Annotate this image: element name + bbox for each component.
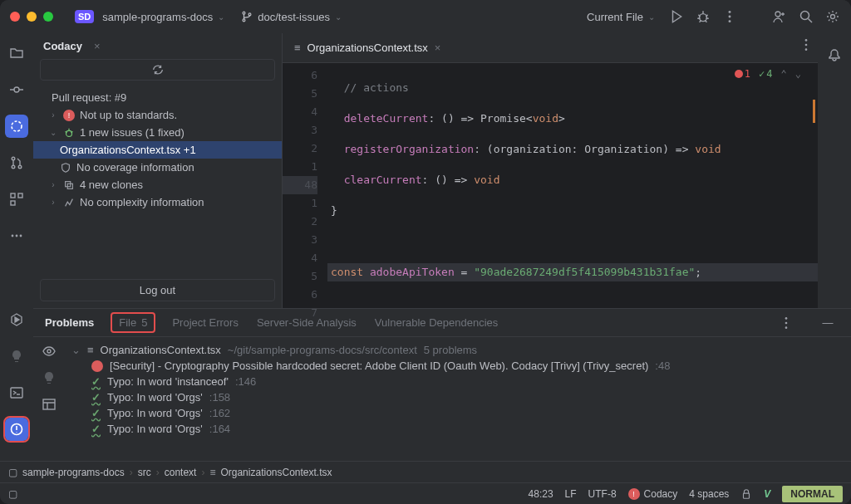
run-tool-button[interactable]: [5, 308, 28, 331]
branch-icon: [241, 11, 253, 22]
folder-icon: ▢: [8, 467, 17, 478]
problems-tool-button[interactable]: [5, 418, 28, 441]
titlebar: SD sample-programs-docs ⌄ doc/test-issue…: [0, 0, 851, 33]
vim-mode: NORMAL: [782, 486, 843, 502]
no-coverage-item[interactable]: No coverage information: [33, 159, 282, 176]
logout-button[interactable]: Log out: [40, 279, 275, 301]
branch-selector[interactable]: doc/test-issues ⌄: [234, 7, 348, 27]
services-tool-button[interactable]: [5, 345, 28, 368]
error-count: 1: [745, 68, 750, 80]
tab-problems[interactable]: Problems: [45, 316, 94, 329]
breadcrumb-item[interactable]: OrganizationsContext.tsx: [220, 467, 332, 478]
standards-item[interactable]: ›!Not up to standards.: [33, 106, 282, 124]
minimize-window-icon[interactable]: [27, 12, 37, 22]
svg-point-20: [20, 235, 22, 237]
pull-requests-tool-button[interactable]: [5, 151, 28, 174]
svg-point-3: [700, 14, 707, 22]
run-config-label: Current File: [587, 11, 643, 23]
project-selector[interactable]: SD sample-programs-docs ⌄: [68, 7, 231, 27]
logout-label: Log out: [140, 284, 175, 296]
inspection-widget[interactable]: 1 ✓4 ⌃ ⌄: [735, 68, 801, 80]
structure-tool-button[interactable]: [5, 188, 28, 211]
code-editor[interactable]: 6 5 4 3 2 1 48 1 2 3 4 5 6: [283, 63, 818, 308]
notifications-button[interactable]: [823, 43, 846, 66]
project-badge: SD: [75, 10, 94, 23]
breadcrumb-item[interactable]: src: [138, 467, 151, 478]
indent-status[interactable]: 4 spaces: [689, 488, 729, 500]
bulb-icon: [42, 370, 57, 385]
problem-line: :48: [655, 360, 670, 372]
readonly-toggle[interactable]: [740, 488, 752, 500]
problems-hide-button[interactable]: —: [816, 311, 839, 335]
problems-more-button[interactable]: [775, 311, 798, 335]
tab-project-errors[interactable]: Project Errors: [172, 316, 238, 329]
chevron-down-icon: ⌄: [48, 128, 58, 137]
debug-button[interactable]: [691, 5, 715, 28]
commit-tool-button[interactable]: [5, 78, 28, 101]
editor-area: ≡ OrganizationsContext.tsx × 6 5 4 3: [283, 33, 818, 308]
warning-count: 4: [766, 68, 772, 80]
issue-file-item[interactable]: OrganizationsContext.tsx +1: [33, 141, 282, 159]
tab-file[interactable]: File5: [112, 314, 154, 331]
ellipsis-icon: [9, 228, 24, 243]
intention-button[interactable]: [42, 370, 57, 385]
new-issues-item[interactable]: ⌄1 new issues (1 fixed): [33, 124, 282, 141]
no-complexity-item[interactable]: ›No complexity information: [33, 193, 282, 211]
codacy-refresh-button[interactable]: [40, 59, 275, 81]
settings-button[interactable]: [821, 5, 844, 28]
code-content: // actions deleteCurrent: () => Promise<…: [327, 63, 818, 308]
problem-row[interactable]: ✓Typo: In word 'instanceof':146: [71, 374, 844, 389]
file-encoding[interactable]: UTF-8: [588, 488, 617, 500]
problem-text: Typo: In word 'Orgs': [107, 423, 203, 435]
close-window-icon[interactable]: [10, 12, 20, 22]
project-tool-button[interactable]: [5, 42, 28, 65]
codacy-close-tab-button[interactable]: ×: [94, 40, 101, 52]
search-button[interactable]: [794, 5, 818, 28]
view-options-button[interactable]: [42, 397, 57, 412]
collab-button[interactable]: [768, 5, 791, 28]
inspection-down-button[interactable]: ⌄: [795, 68, 801, 80]
svg-point-10: [14, 87, 19, 92]
svg-point-6: [729, 20, 731, 22]
codacy-status[interactable]: !Codacy: [628, 488, 678, 500]
svg-point-4: [729, 11, 731, 13]
problems-file-header[interactable]: ⌄ ≡ OrganizationsContext.tsx ~/git/sampl…: [71, 342, 844, 358]
person-plus-icon: [772, 9, 787, 24]
inspection-up-button[interactable]: ⌃: [781, 68, 787, 80]
terminal-icon: [9, 385, 24, 400]
new-clones-item[interactable]: ›4 new clones: [33, 176, 282, 193]
error-stripe[interactable]: [808, 63, 818, 308]
codacy-tool-button[interactable]: [5, 115, 28, 138]
tab-menu-button[interactable]: [794, 33, 818, 56]
run-config-selector[interactable]: Current File ⌄: [580, 7, 662, 27]
problem-row[interactable]: ✓Typo: In word 'Orgs':164: [71, 421, 844, 437]
breadcrumb-item[interactable]: sample-programs-docs: [22, 467, 125, 478]
caret-position[interactable]: 48:23: [529, 488, 553, 500]
more-button[interactable]: [718, 5, 741, 28]
maximize-window-icon[interactable]: [43, 12, 53, 22]
more-tools-button[interactable]: [5, 224, 28, 247]
status-bar: ▢ 48:23 LF UTF-8 !Codacy 4 spaces V NORM…: [0, 482, 851, 504]
tab-vuln-deps[interactable]: Vulnerable Dependencies: [375, 316, 498, 329]
terminal-tool-button[interactable]: [5, 381, 28, 404]
pull-request-header: Pull request: #9: [33, 89, 282, 106]
svg-point-18: [12, 235, 14, 237]
new-clones-label: 4 new clones: [80, 179, 143, 191]
svg-rect-15: [11, 193, 15, 198]
svg-point-19: [16, 235, 18, 237]
problem-row[interactable]: [Security] - Cryptography Possible hardc…: [71, 358, 844, 374]
run-button[interactable]: [665, 5, 688, 28]
line-separator[interactable]: LF: [565, 488, 577, 500]
problems-file-path: ~/git/sample-programs-docs/src/context: [228, 344, 417, 356]
problem-row[interactable]: ✓Typo: In word 'Orgs':158: [71, 389, 844, 405]
progress-indicator: ▢: [8, 488, 17, 500]
typo-severity-icon: ✓: [91, 423, 101, 435]
editor-tab[interactable]: ≡ OrganizationsContext.tsx ×: [283, 33, 452, 62]
svg-point-7: [775, 12, 780, 17]
problem-row[interactable]: ✓Typo: In word 'Orgs':162: [71, 405, 844, 421]
highlight-toggle-button[interactable]: [42, 344, 57, 359]
gutter: 6 5 4 3 2 1 48 1 2 3 4 5 6: [283, 63, 327, 308]
close-tab-button[interactable]: ×: [435, 42, 441, 54]
kebab-icon: [799, 37, 814, 52]
breadcrumb-item[interactable]: context: [165, 467, 197, 478]
